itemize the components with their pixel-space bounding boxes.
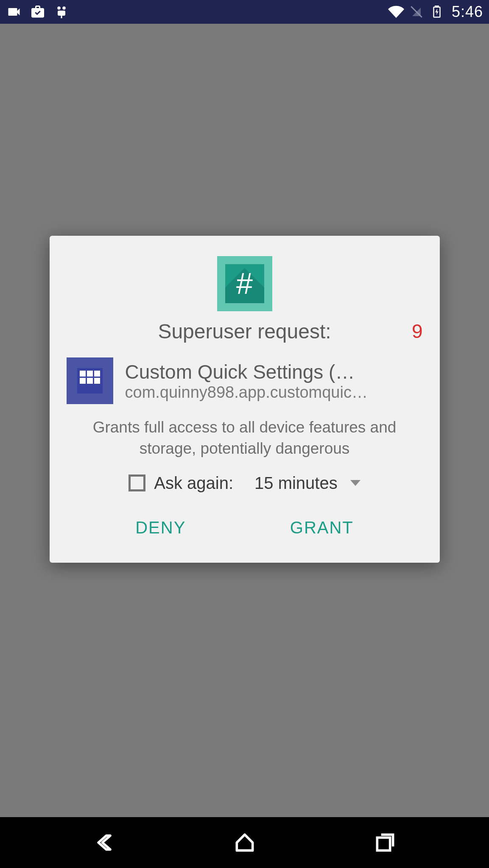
status-left (6, 4, 70, 20)
svg-rect-2 (58, 11, 65, 16)
svg-point-0 (57, 6, 61, 10)
home-button[interactable] (231, 829, 258, 856)
wifi-icon (388, 4, 404, 20)
app-package: com.quinny898.app.customquic… (125, 383, 423, 402)
navigation-bar (0, 817, 489, 868)
app-background: # Superuser request: 9 Custom Quick Sett… (0, 24, 489, 817)
ask-again-checkbox[interactable] (129, 474, 145, 491)
svg-point-1 (62, 6, 66, 10)
requesting-app-row: Custom Quick Settings (… com.quinny898.a… (67, 357, 423, 404)
briefcase-check-icon (30, 4, 46, 20)
chevron-down-icon (350, 480, 360, 486)
android-mascot-icon (53, 4, 70, 20)
countdown-timer: 9 (412, 320, 423, 343)
status-right: 5:46 (388, 3, 483, 21)
dialog-buttons: DENY GRANT (67, 510, 423, 554)
svg-rect-3 (61, 15, 62, 19)
status-time: 5:46 (452, 3, 483, 21)
superuser-icon: # (217, 256, 272, 311)
dialog-title-row: Superuser request: 9 (67, 320, 423, 343)
status-bar: 5:46 (0, 0, 489, 24)
ask-again-dropdown[interactable]: 15 minutes (254, 474, 360, 493)
superuser-dialog: # Superuser request: 9 Custom Quick Sett… (50, 236, 440, 563)
app-icon (67, 357, 113, 404)
deny-button[interactable]: DENY (127, 514, 194, 541)
app-text: Custom Quick Settings (… com.quinny898.a… (125, 360, 423, 402)
recents-button[interactable] (372, 829, 399, 856)
ask-again-label: Ask again: (154, 474, 233, 493)
ask-again-row: Ask again: 15 minutes (67, 474, 423, 493)
grant-button[interactable]: GRANT (282, 514, 362, 541)
dialog-title: Superuser request: (158, 320, 331, 343)
hash-icon: # (236, 267, 253, 301)
svg-rect-5 (435, 6, 439, 7)
ask-again-value: 15 minutes (254, 474, 338, 493)
no-sim-icon (408, 4, 425, 20)
superuser-icon-wrap: # (67, 256, 423, 311)
app-name: Custom Quick Settings (… (125, 360, 423, 383)
warning-text: Grants full access to all device feature… (67, 417, 423, 459)
video-icon (6, 4, 22, 20)
svg-rect-6 (377, 837, 390, 850)
back-button[interactable] (91, 829, 118, 856)
battery-charging-icon (429, 4, 445, 20)
